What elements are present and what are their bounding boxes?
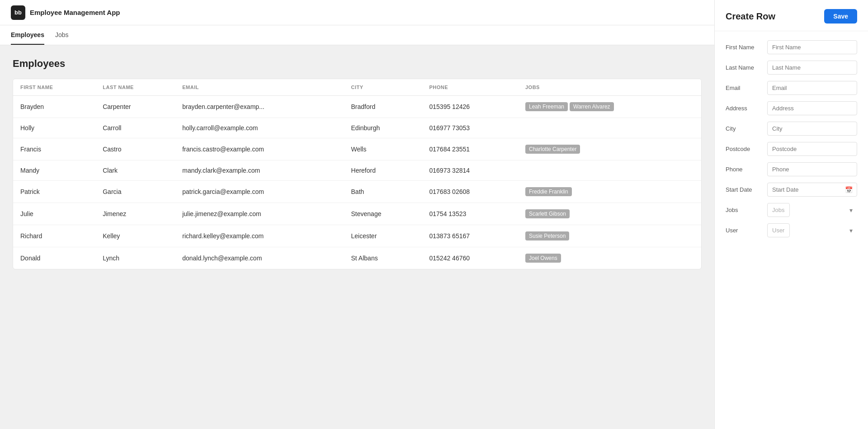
postcode-label: Postcode <box>726 146 762 152</box>
last-name-row: Last Name <box>726 61 857 75</box>
table-row[interactable]: MandyClarkmandy.clark@example.comHerefor… <box>13 160 701 181</box>
nav-item-jobs[interactable]: Jobs <box>55 26 69 45</box>
jobs-label: Jobs <box>726 207 762 213</box>
cell-phone: 017684 23551 <box>422 138 518 160</box>
table-row[interactable]: JulieJimenezjulie.jimenez@example.comSte… <box>13 203 701 225</box>
cell-last_name: Kelley <box>95 225 175 247</box>
user-select[interactable]: User <box>767 223 790 237</box>
job-badge[interactable]: Scarlett Gibson <box>525 209 570 218</box>
phone-input[interactable] <box>767 162 857 176</box>
table-header-row: FIRST NAME LAST NAME EMAIL CITY PHONE JO… <box>13 79 701 96</box>
cell-city: Wells <box>344 138 422 160</box>
cell-first_name: Brayden <box>13 96 95 118</box>
cell-jobs: Scarlett Gibson <box>518 203 701 225</box>
cell-city: Edinburgh <box>344 118 422 138</box>
cell-phone: 015242 46760 <box>422 247 518 269</box>
cell-jobs: Susie Peterson <box>518 225 701 247</box>
cell-email: richard.kelley@example.com <box>175 225 344 247</box>
job-badge[interactable]: Freddie Franklin <box>525 187 572 196</box>
start-date-row: Start Date 📅 <box>726 183 857 197</box>
phone-label: Phone <box>726 166 762 173</box>
last-name-input[interactable] <box>767 61 857 75</box>
job-badge[interactable]: Charlotte Carpenter <box>525 145 580 154</box>
user-label: User <box>726 227 762 234</box>
logo-area: bb Employee Management App <box>11 5 120 20</box>
postcode-input[interactable] <box>767 142 857 156</box>
address-label: Address <box>726 105 762 112</box>
phone-row: Phone <box>726 162 857 176</box>
employees-table-wrapper: FIRST NAME LAST NAME EMAIL CITY PHONE JO… <box>13 79 702 269</box>
last-name-label: Last Name <box>726 64 762 71</box>
cell-first_name: Holly <box>13 118 95 138</box>
jobs-select-wrapper: Jobs <box>767 203 857 217</box>
cell-last_name: Garcia <box>95 181 175 203</box>
cell-phone: 015395 12426 <box>422 96 518 118</box>
nav-bar: Employees Jobs <box>0 25 714 45</box>
cell-first_name: Patrick <box>13 181 95 203</box>
table-row[interactable]: HollyCarrollholly.carroll@example.comEdi… <box>13 118 701 138</box>
nav-item-employees[interactable]: Employees <box>11 26 44 45</box>
table-row[interactable]: PatrickGarciapatrick.garcia@example.comB… <box>13 181 701 203</box>
cell-city: Leicester <box>344 225 422 247</box>
logo-icon: bb <box>11 5 25 20</box>
cell-jobs <box>518 160 701 181</box>
email-input[interactable] <box>767 81 857 95</box>
cell-last_name: Lynch <box>95 247 175 269</box>
employees-table: FIRST NAME LAST NAME EMAIL CITY PHONE JO… <box>13 79 701 269</box>
first-name-input[interactable] <box>767 40 857 54</box>
job-badge[interactable]: Susie Peterson <box>525 231 569 240</box>
col-header-city: CITY <box>344 79 422 96</box>
content-area: Employees FIRST NAME LAST NAME EMAIL CIT… <box>0 45 714 429</box>
cell-city: St Albans <box>344 247 422 269</box>
address-input[interactable] <box>767 101 857 115</box>
save-button[interactable]: Save <box>824 9 857 24</box>
cell-first_name: Mandy <box>13 160 95 181</box>
cell-last_name: Clark <box>95 160 175 181</box>
calendar-icon[interactable]: 📅 <box>845 186 853 193</box>
col-header-last-name: LAST NAME <box>95 79 175 96</box>
start-date-label: Start Date <box>726 186 762 193</box>
jobs-row: Jobs Jobs <box>726 203 857 217</box>
start-date-wrapper: 📅 <box>767 183 857 197</box>
topbar: bb Employee Management App <box>0 0 714 25</box>
cell-email: francis.castro@example.com <box>175 138 344 160</box>
col-header-first-name: FIRST NAME <box>13 79 95 96</box>
cell-email: mandy.clark@example.com <box>175 160 344 181</box>
cell-phone: 016973 32814 <box>422 160 518 181</box>
first-name-label: First Name <box>726 44 762 51</box>
app-title: Employee Management App <box>30 9 120 16</box>
jobs-select[interactable]: Jobs <box>767 203 790 217</box>
table-row[interactable]: DonaldLynchdonald.lynch@example.comSt Al… <box>13 247 701 269</box>
cell-first_name: Francis <box>13 138 95 160</box>
cell-city: Bath <box>344 181 422 203</box>
cell-first_name: Julie <box>13 203 95 225</box>
job-badge[interactable]: Joel Owens <box>525 254 561 263</box>
cell-jobs <box>518 118 701 138</box>
cell-email: brayden.carpenter@examp... <box>175 96 344 118</box>
cell-first_name: Richard <box>13 225 95 247</box>
email-label: Email <box>726 85 762 91</box>
cell-phone: 01754 13523 <box>422 203 518 225</box>
city-row: City <box>726 122 857 136</box>
job-badge[interactable]: Leah Freeman <box>525 102 568 111</box>
cell-city: Stevenage <box>344 203 422 225</box>
table-body: BraydenCarpenterbrayden.carpenter@examp.… <box>13 96 701 269</box>
table-row[interactable]: RichardKelleyrichard.kelley@example.comL… <box>13 225 701 247</box>
cell-first_name: Donald <box>13 247 95 269</box>
page-title: Employees <box>13 58 702 70</box>
cell-last_name: Castro <box>95 138 175 160</box>
city-input[interactable] <box>767 122 857 136</box>
cell-city: Hereford <box>344 160 422 181</box>
job-badge[interactable]: Warren Alvarez <box>570 102 614 111</box>
cell-last_name: Carpenter <box>95 96 175 118</box>
first-name-row: First Name <box>726 40 857 54</box>
start-date-input[interactable] <box>767 183 857 197</box>
user-row: User User <box>726 223 857 237</box>
col-header-email: EMAIL <box>175 79 344 96</box>
create-row-panel: Create Row Save ↦ First Name Last Name E… <box>714 0 868 429</box>
table-row[interactable]: FrancisCastrofrancis.castro@example.comW… <box>13 138 701 160</box>
table-row[interactable]: BraydenCarpenterbrayden.carpenter@examp.… <box>13 96 701 118</box>
cell-phone: 017683 02608 <box>422 181 518 203</box>
col-header-phone: PHONE <box>422 79 518 96</box>
cell-jobs: Leah FreemanWarren Alvarez <box>518 96 701 118</box>
